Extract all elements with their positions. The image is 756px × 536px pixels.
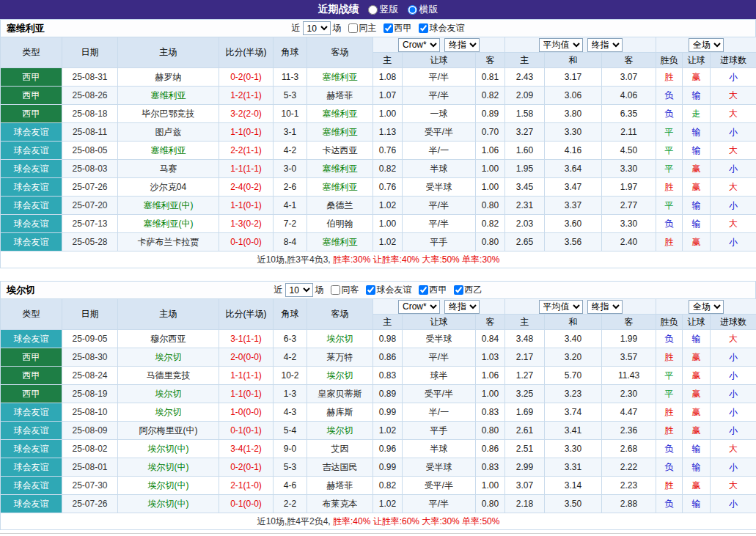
summary-rates: 胜率:30% 让胜率:40% 大率:50% 单率:30% <box>331 254 500 265</box>
goals-result: 大 <box>711 87 756 105</box>
filter-laliga2[interactable]: 西乙 <box>454 284 482 296</box>
handicap-line: 半球 <box>403 160 476 178</box>
corners-cell: 10-2 <box>274 367 307 385</box>
goals-result: 小 <box>711 495 756 513</box>
goals-result: 小 <box>711 367 756 385</box>
handicap-result: 输 <box>683 440 711 458</box>
handicap-line: 平手 <box>403 422 476 440</box>
filter-friendly[interactable]: 球会友谊 <box>366 284 412 296</box>
handicap-line: 受半球 <box>403 330 476 348</box>
home-team-cell: 埃尔切 <box>118 385 219 403</box>
layout-option-vertical[interactable]: 竖版 <box>368 3 399 16</box>
euro-time-select[interactable]: 终指 <box>587 38 623 52</box>
match-count-select[interactable]: 10 <box>285 283 313 297</box>
score-cell: 2-1(1-0) <box>219 477 274 495</box>
corners-cell: 3-0 <box>274 160 307 178</box>
filter-laliga[interactable]: 西甲 <box>419 284 447 296</box>
asian-time-select[interactable]: 终指 <box>444 38 480 52</box>
col-home: 主场 <box>118 299 219 330</box>
avg-draw-odds: 3.30 <box>545 440 602 458</box>
home-team-cell: 埃尔切(中) <box>118 458 219 477</box>
asian-away-odds: 0.81 <box>476 68 505 87</box>
col-home: 主场 <box>118 37 219 68</box>
euro-odds-select[interactable]: 平均值 <box>539 38 583 52</box>
near-label: 近 <box>292 22 301 34</box>
table-row: 球会友谊25-07-26埃尔切(中)0-1(0-0)2-2布莱克本1.02平/半… <box>1 495 756 513</box>
goals-result: 小 <box>711 422 756 440</box>
team-section-elche: 埃尔切 近 10 场 同客 球会友谊 西甲 <box>0 281 756 530</box>
asian-away-odds: 0.89 <box>476 105 505 123</box>
same-venue-checkbox[interactable] <box>331 285 340 295</box>
score-cell: 0-2(0-1) <box>219 458 274 477</box>
filter-same-venue[interactable]: 同客 <box>331 284 359 296</box>
filter-friendly[interactable]: 球会友谊 <box>419 22 465 34</box>
match-result: 胜 <box>656 233 683 252</box>
handicap-result: 输 <box>683 142 711 160</box>
table-row: 西甲25-08-31赫罗纳0-2(0-1)11-3塞维利亚1.08平/半0.81… <box>1 68 756 87</box>
avg-draw-odds: 3.56 <box>545 233 602 252</box>
table-row: 西甲25-08-26塞维利亚1-2(1-1)5-3赫塔菲1.07平/半0.822… <box>1 87 756 105</box>
team-section-sevilla: 塞维利亚 近 10 场 同主 西甲 球会友谊 <box>0 19 756 268</box>
league-badge: 球会友谊 <box>1 233 62 252</box>
layout-option-horizontal[interactable]: 横版 <box>408 3 438 16</box>
same-venue-checkbox[interactable] <box>348 23 358 33</box>
date-cell: 25-08-18 <box>62 105 118 123</box>
avg-draw-odds: 3.64 <box>545 160 602 178</box>
handicap-line: 平/半 <box>403 68 476 87</box>
results-table-sevilla: 类型 日期 主场 比分(半场) 角球 客场 Crow* 终指 平均值 <box>0 37 756 268</box>
vertical-radio[interactable] <box>368 5 378 15</box>
euro-odds-select[interactable]: 平均值 <box>539 300 583 314</box>
table-row: 球会友谊25-09-05穆尔西亚3-1(1-1)6-3埃尔切0.98受半球0.8… <box>1 330 756 348</box>
home-team-cell: 埃尔切(中) <box>118 477 219 495</box>
horizontal-radio[interactable] <box>408 5 417 15</box>
asian-home-odds: 0.82 <box>373 160 403 178</box>
asian-home-odds: 0.99 <box>373 403 403 422</box>
avg-home-odds: 2.65 <box>505 233 545 252</box>
laliga-checkbox[interactable] <box>419 285 428 295</box>
asian-home-odds: 1.00 <box>373 215 403 233</box>
bookmaker-select[interactable]: Crow* <box>398 300 440 314</box>
score-cell: 2-4(0-2) <box>219 178 274 197</box>
team-name: 塞维利亚 <box>7 22 45 35</box>
goals-result: 小 <box>711 385 756 403</box>
asian-home-odds: 0.86 <box>373 348 403 367</box>
topbar: 近期战绩 竖版 横版 <box>0 0 756 19</box>
handicap-result: 赢 <box>683 422 711 440</box>
table-row: 西甲25-08-30埃尔切2-0(0-0)4-2莱万特0.86平/半1.032.… <box>1 348 756 367</box>
avg-away-odds: 1.99 <box>602 330 656 348</box>
euro-odds-group: 平均值 终指 <box>505 37 656 53</box>
friendly-checkbox[interactable] <box>366 285 375 295</box>
date-cell: 25-07-26 <box>62 178 118 197</box>
scope-select[interactable]: 全场 <box>689 38 724 52</box>
league-badge: 西甲 <box>1 87 62 105</box>
asian-home-odds: 1.00 <box>373 105 403 123</box>
date-cell: 25-07-20 <box>62 197 118 215</box>
league-badge: 球会友谊 <box>1 123 62 142</box>
handicap-result: 输 <box>683 123 711 142</box>
avg-home-odds: 1.95 <box>505 160 545 178</box>
col-corners: 角球 <box>274 299 307 330</box>
match-count-select[interactable]: 10 <box>303 21 331 35</box>
col-corners: 角球 <box>274 37 307 68</box>
laliga2-checkbox[interactable] <box>454 285 463 295</box>
col-handicap-result: 让球 <box>683 53 711 68</box>
asian-home-odds: 0.82 <box>373 477 403 495</box>
handicap-result: 赢 <box>683 367 711 385</box>
asian-time-select[interactable]: 终指 <box>444 300 480 314</box>
filter-laliga[interactable]: 西甲 <box>383 22 412 34</box>
scope-select[interactable]: 全场 <box>689 300 724 314</box>
euro-time-select[interactable]: 终指 <box>587 300 623 314</box>
col-type: 类型 <box>1 299 62 330</box>
section-header: 埃尔切 近 10 场 同客 球会友谊 西甲 <box>0 281 756 298</box>
score-cell: 1-1(1-1) <box>219 367 274 385</box>
friendly-checkbox[interactable] <box>419 23 428 33</box>
table-row: 球会友谊25-08-09阿尔梅里亚(中)0-1(0-1)5-4埃尔切1.02平手… <box>1 422 756 440</box>
filter-same-venue[interactable]: 同主 <box>348 22 377 34</box>
avg-draw-odds: 3.37 <box>545 197 602 215</box>
bookmaker-select[interactable]: Crow* <box>398 38 440 52</box>
asian-away-odds: 0.70 <box>476 123 505 142</box>
laliga-checkbox[interactable] <box>383 23 393 33</box>
asian-away-odds: 0.83 <box>476 458 505 477</box>
asian-home-odds: 0.96 <box>373 440 403 458</box>
asian-home-odds: 0.83 <box>373 367 403 385</box>
